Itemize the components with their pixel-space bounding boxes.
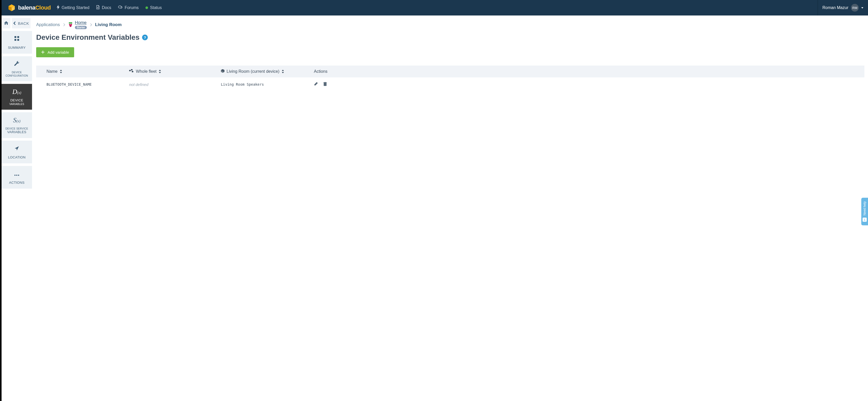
variables-table: Name Whole fleet — [36, 66, 864, 91]
sidebar-sublabel: CONFIGURATION — [5, 74, 28, 77]
nav-forums[interactable]: Forums — [118, 5, 139, 10]
svg-marker-33 — [282, 70, 284, 71]
chevron-down-icon — [861, 7, 863, 8]
location-arrow-icon — [14, 145, 20, 153]
cube-icon — [221, 69, 224, 74]
svg-point-20 — [69, 25, 71, 27]
svg-marker-29 — [159, 72, 161, 73]
need-help-label: Need help — [863, 201, 866, 215]
column-header-actions: Actions — [314, 69, 864, 74]
brand-text: balenaCloud — [18, 4, 51, 11]
function-s-icon: S(x) — [13, 116, 21, 124]
column-header-fleet[interactable]: Whole fleet — [129, 69, 221, 74]
breadcrumb-applications[interactable]: Applications — [36, 22, 60, 27]
chevron-right-icon — [90, 23, 92, 26]
column-label: Living Room (current device) — [226, 69, 280, 74]
pencil-icon — [314, 82, 318, 87]
sidebar-item-device-variables[interactable]: D(x) DEVICE VARIABLES — [2, 84, 32, 110]
sidebar-label: LOCATION — [8, 155, 26, 159]
home-button[interactable] — [2, 18, 10, 28]
sidebar-sublabel: DEVICE SERVICE — [5, 127, 28, 130]
svg-rect-26 — [131, 69, 132, 70]
nav-links: Getting Started Docs Forums Status — [57, 5, 162, 10]
nav-link-label: Status — [150, 5, 162, 10]
sidebar-item-actions[interactable]: ACTIONS — [2, 166, 32, 189]
svg-point-15 — [18, 175, 19, 176]
need-help-tab[interactable]: Need help ? — [861, 198, 868, 225]
svg-rect-11 — [17, 39, 19, 41]
var-device-value: Living Room Speakers — [221, 82, 264, 87]
nav-divider — [817, 0, 818, 15]
var-fleet-value: not defined — [129, 82, 148, 87]
svg-rect-10 — [14, 39, 16, 41]
var-name: BLUETOOTH_DEVICE_NAME — [46, 82, 92, 87]
svg-rect-27 — [132, 71, 133, 72]
column-header-device[interactable]: Living Room (current device) — [221, 69, 314, 74]
back-button[interactable]: BACK — [12, 18, 30, 28]
svg-point-17 — [70, 22, 72, 24]
brand-logo[interactable]: balenaCloud — [8, 4, 51, 11]
svg-rect-25 — [129, 70, 131, 71]
bolt-icon — [57, 5, 60, 10]
sidebar-item-service-variables[interactable]: S(x) DEVICE SERVICE VARIABLES — [2, 112, 32, 138]
column-label: Whole fleet — [136, 69, 157, 74]
fleet-icon — [129, 69, 134, 74]
user-name: Roman Mazur — [823, 5, 848, 10]
left-sidebar: BACK SUMMARY DEVICE CONFIGURATION D(x) D… — [2, 15, 32, 401]
sidebar-item-location[interactable]: LOCATION — [2, 141, 32, 163]
sort-icon — [60, 70, 62, 73]
svg-rect-22 — [41, 52, 44, 53]
nav-link-label: Docs — [102, 5, 111, 10]
svg-point-14 — [16, 175, 17, 176]
sort-icon — [282, 70, 284, 73]
column-label: Name — [46, 69, 58, 74]
balena-cube-icon — [8, 4, 16, 11]
starter-badge: Starter — [75, 26, 87, 29]
column-header-name[interactable]: Name — [36, 69, 129, 74]
table-header-row: Name Whole fleet — [36, 66, 864, 77]
svg-rect-35 — [324, 83, 327, 86]
svg-marker-34 — [282, 72, 284, 73]
sidebar-label: VARIABLES — [7, 130, 26, 134]
user-avatar: RM — [851, 4, 859, 11]
breadcrumb-home[interactable]: Home Starter — [68, 20, 87, 29]
top-navbar: balenaCloud Getting Started Docs Forums … — [0, 0, 868, 15]
nav-status[interactable]: Status — [146, 5, 162, 10]
add-variable-button[interactable]: Add variable — [36, 47, 74, 57]
sidebar-label: DEVICE — [11, 71, 22, 74]
breadcrumb-home-label: Home — [75, 20, 87, 25]
sidebar-item-summary[interactable]: SUMMARY — [2, 31, 32, 54]
svg-marker-28 — [159, 70, 161, 71]
back-label: BACK — [18, 21, 29, 26]
nav-link-label: Forums — [125, 5, 139, 10]
sort-icon — [159, 70, 161, 73]
svg-rect-8 — [14, 36, 16, 38]
nav-getting-started[interactable]: Getting Started — [57, 5, 90, 10]
plus-icon — [41, 50, 44, 55]
chevron-right-icon — [63, 23, 65, 26]
nav-link-label: Getting Started — [62, 5, 90, 10]
sidebar-item-device-config[interactable]: DEVICE CONFIGURATION — [2, 56, 32, 81]
nav-docs[interactable]: Docs — [96, 5, 111, 10]
svg-point-6 — [118, 6, 121, 8]
svg-marker-3 — [57, 5, 59, 9]
breadcrumb-current: Living Room — [95, 22, 122, 27]
svg-point-13 — [14, 175, 16, 176]
main-content: Applications Home Starter Living Room De… — [32, 15, 868, 401]
svg-rect-9 — [17, 36, 19, 38]
svg-marker-24 — [60, 72, 62, 73]
help-icon[interactable]: ? — [142, 35, 148, 40]
add-variable-label: Add variable — [48, 50, 69, 55]
table-row: BLUETOOTH_DEVICE_NAME not defined Living… — [36, 77, 864, 91]
delete-button[interactable] — [323, 82, 327, 87]
svg-marker-12 — [15, 146, 19, 151]
sidebar-label: DEVICE — [10, 98, 23, 102]
user-menu[interactable]: Roman Mazur RM — [823, 4, 863, 11]
status-dot-icon — [146, 6, 148, 9]
grid-icon — [14, 35, 20, 43]
svg-rect-37 — [324, 82, 326, 82]
home-icon — [4, 21, 8, 26]
edit-button[interactable] — [314, 82, 318, 87]
raspberry-pi-icon — [68, 22, 73, 28]
page-title: Device Environment Variables — [36, 33, 140, 41]
